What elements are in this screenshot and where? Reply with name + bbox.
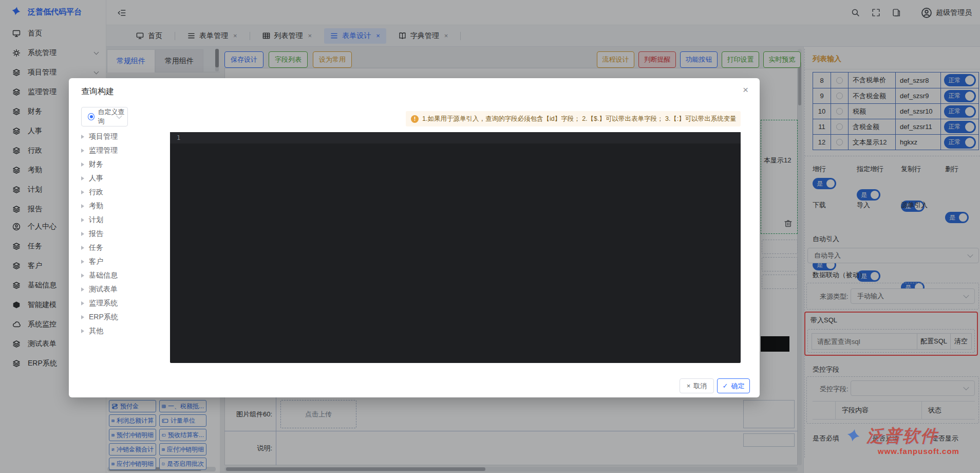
close-icon: × (687, 382, 691, 390)
caret-right-icon (81, 162, 84, 167)
tree-item[interactable]: 监理管理 (79, 143, 169, 157)
radio-dot (88, 113, 95, 120)
tree-item[interactable]: 测试表单 (79, 282, 169, 296)
warning-banner: ! 1.如果用于源单引入，查询的字段必须包含【id】字段； 2.【$.】可以带出… (406, 111, 741, 126)
radio-custom-query[interactable]: 自定义查询 (81, 107, 128, 126)
caret-right-icon (81, 274, 84, 278)
watermark: 泛普软件 www.fanpusoft.com (845, 425, 959, 456)
query-builder-dialog: 查询构建 × 查询生成器 自定义查询 ! 1.如果用于源单引入，查询的字段必须包… (69, 78, 760, 397)
confirm-button[interactable]: ✓ 确定 (717, 378, 750, 393)
caret-right-icon (81, 204, 84, 208)
tree-item[interactable]: 监理系统 (79, 296, 169, 310)
warning-icon: ! (411, 115, 419, 123)
caret-right-icon (81, 218, 84, 222)
watermark-name: 泛普软件 (866, 425, 938, 448)
editor-active-line (170, 132, 741, 143)
query-mode-radios: 查询生成器 自定义查询 (81, 112, 128, 121)
caret-right-icon (81, 315, 84, 319)
tree-item[interactable]: 项目管理 (79, 130, 169, 143)
sql-code-editor[interactable]: 1 (170, 132, 741, 363)
app-window: 泛普低代码平台 首页 系统管理 项目管理 监理管理 财务 人事 行政 考勤 计划… (0, 0, 980, 473)
check-icon: ✓ (723, 382, 728, 390)
warning-text: 1.如果用于源单引入，查询的字段必须包含【id】字段； 2.【$.】可以带出表单… (422, 115, 737, 123)
tree-item[interactable]: 其他 (79, 324, 169, 338)
tree-item[interactable]: 基础信息 (79, 268, 169, 282)
tree-item[interactable]: 客户 (79, 254, 169, 268)
tree-item[interactable]: 任务 (79, 241, 169, 254)
caret-right-icon (81, 149, 84, 153)
caret-right-icon (81, 287, 84, 292)
tree-item[interactable]: ERP系统 (79, 310, 169, 324)
tree-item[interactable]: 行政 (79, 185, 169, 199)
caret-right-icon (81, 176, 84, 180)
caret-right-icon (81, 301, 84, 305)
editor-line-number: 1 (177, 134, 180, 141)
tree-item[interactable]: 考勤 (79, 199, 169, 213)
caret-right-icon (81, 190, 84, 194)
caret-right-icon (81, 246, 84, 250)
tree-item[interactable]: 报告 (79, 227, 169, 241)
tree-item[interactable]: 计划 (79, 213, 169, 227)
caret-right-icon (81, 260, 84, 264)
module-tree: 项目管理 监理管理 财务 人事 行政 考勤 计划 报告 任务 客户 基础信息 测… (79, 130, 169, 338)
cancel-button[interactable]: × 取消 (680, 378, 714, 393)
caret-right-icon (81, 232, 84, 236)
watermark-url: www.fanpusoft.com (878, 447, 959, 456)
caret-right-icon (81, 135, 84, 139)
fanpu-watermark-icon (845, 427, 864, 446)
caret-right-icon (81, 329, 84, 333)
tree-item[interactable]: 财务 (79, 157, 169, 171)
close-icon[interactable]: × (743, 84, 748, 96)
dialog-title: 查询构建 (81, 86, 114, 97)
tree-item[interactable]: 人事 (79, 171, 169, 185)
